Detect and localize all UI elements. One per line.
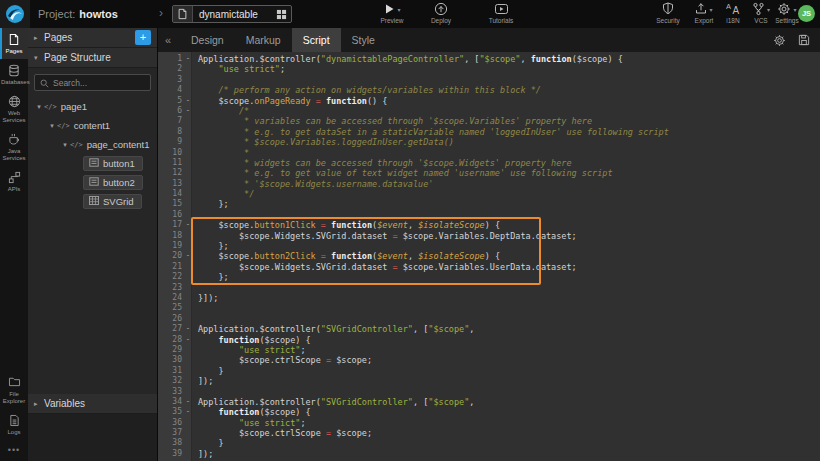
line-number: 27 [158,324,184,334]
fold-marker-icon[interactable]: - [184,106,192,116]
code-text: "use strict"; [192,64,285,74]
sidebar-item-web-services[interactable]: Web Services [0,90,28,128]
code-line: 28- function($scope) { [158,335,820,345]
code-line: 34-Application.$controller("SVGridContro… [158,397,820,407]
button-icon [89,177,99,188]
tree-item-page1[interactable]: ▾</>page1 [28,97,157,116]
tab-markup[interactable]: Markup [235,28,292,52]
fold-gutter [184,387,192,397]
search-box [34,74,151,91]
fold-gutter [184,438,192,448]
line-number: 12 [158,168,184,178]
fold-marker-icon[interactable]: - [184,96,192,106]
tab-design[interactable]: Design [180,28,235,52]
code-line: 37 $scope.ctrlScope = $scope; [158,428,820,438]
line-number: 6 [158,106,184,116]
coffee-icon [1,133,27,147]
panel-collapse-button[interactable]: « [160,34,176,46]
code-text: $scope.button1Click = function($event, $… [192,220,500,230]
code-line: 8 * e.g. to get dataSet in a staticVaria… [158,127,820,137]
code-line: 18 $scope.Widgets.SVGrid.dataset = $scop… [158,231,820,241]
wavemaker-logo-icon[interactable] [0,0,30,28]
sidebar-more-button[interactable]: ••• [0,440,28,461]
svg-text:A: A [732,5,739,15]
code-text: * e.g. to get dataSet in a staticVariabl… [192,127,669,137]
fold-gutter [184,376,192,386]
fold-marker-icon[interactable]: - [184,407,192,417]
chevron-down-icon: ▾ [793,6,796,13]
line-number: 36 [158,418,184,428]
user-avatar[interactable]: JS [798,5,815,22]
variables-section-header[interactable]: ▸ Variables [28,394,157,414]
fold-marker-icon[interactable]: - [184,220,192,230]
line-number: 22 [158,272,184,282]
code-line: 35- function($scope) { [158,407,820,417]
sidebar-spacer [0,197,28,371]
fold-marker-icon[interactable]: - [184,251,192,261]
action-icon-row [481,2,521,16]
code-text [192,314,198,324]
action-tutorials[interactable]: Tutorials [481,2,521,24]
fold-gutter [184,314,192,324]
tab-script[interactable]: Script [292,28,341,52]
tree-item-page_content1[interactable]: ▾</>page_content1 [28,135,157,154]
fold-gutter [184,75,192,85]
script-editor[interactable]: 1-Application.$controller("dynamictableP… [158,52,820,461]
tree-item-svgrid[interactable]: SVGrid [28,192,157,211]
code-text: "use strict"; [192,418,306,428]
fold-marker-icon[interactable]: - [184,324,192,334]
editor-tab-bar: « DesignMarkupScriptStyle [158,28,820,52]
code-text: } [192,366,224,376]
sidebar-item-label: Java Services [2,148,25,161]
fold-marker-icon[interactable]: - [184,54,192,64]
tree-item-button2[interactable]: button2 [28,173,157,192]
action-security[interactable]: Security [648,2,688,24]
play-icon [383,3,395,16]
main-sidebar: PagesDatabasesWeb ServicesJava ServicesA… [0,28,28,461]
sidebar-item-label: Pages [5,48,22,54]
save-icon[interactable] [798,34,810,46]
grid-icon [89,196,99,207]
code-line: 5- $scope.onPageReady = function() { [158,96,820,106]
code-text: Application.$controller("SVGridControlle… [192,397,474,407]
sidebar-item-label: Logs [7,429,20,435]
expand-arrow-icon: ▾ [47,122,57,130]
widget-chip: button1 [83,156,143,171]
code-text: * variables can be accessed through '$sc… [192,116,592,126]
sidebar-item-pages[interactable]: Pages [0,28,28,59]
fold-gutter [184,64,192,74]
tree-item-content1[interactable]: ▾</>content1 [28,116,157,135]
tab-style[interactable]: Style [341,28,386,52]
fold-marker-icon[interactable]: - [184,335,192,345]
pages-section-header[interactable]: ▸ Pages + [28,28,157,48]
editor-settings-gear-icon[interactable] [773,34,786,47]
code-line: 2 "use strict"; [158,64,820,74]
add-page-button[interactable]: + [135,30,151,45]
page-selector-dropdown[interactable]: dynamictable [172,5,292,23]
sidebar-item-logs[interactable]: Logs [0,409,28,440]
code-text: Application.$controller("dynamictablePag… [192,54,623,64]
project-name: howtos [79,8,118,20]
line-number: 10 [158,148,184,158]
page-structure-label: Page Structure [44,52,151,63]
action-deploy[interactable]: Deploy [421,2,461,24]
line-number: 29 [158,345,184,355]
page-structure-header[interactable]: ▾ Page Structure [28,48,157,68]
line-number: 18 [158,231,184,241]
sidebar-item-apis[interactable]: APIs [0,166,28,197]
search-input[interactable] [53,78,145,88]
tree-item-button1[interactable]: button1 [28,154,157,173]
code-text: }]); [192,293,218,303]
button-icon [89,158,99,169]
line-number: 39 [158,449,184,459]
line-number: 8 [158,127,184,137]
code-line: 26 [158,314,820,324]
fold-marker-icon[interactable]: - [184,397,192,407]
sidebar-item-file-explorer[interactable]: File Explorer [0,371,28,409]
action-preview[interactable]: ▾Preview [372,2,412,24]
sidebar-item-java-services[interactable]: Java Services [0,128,28,166]
code-area[interactable]: 1-Application.$controller("dynamictableP… [158,52,820,461]
pages-grid-icon[interactable] [271,9,291,20]
sidebar-item-databases[interactable]: Databases [0,59,28,90]
tree-item-label: page_content1 [87,139,150,150]
